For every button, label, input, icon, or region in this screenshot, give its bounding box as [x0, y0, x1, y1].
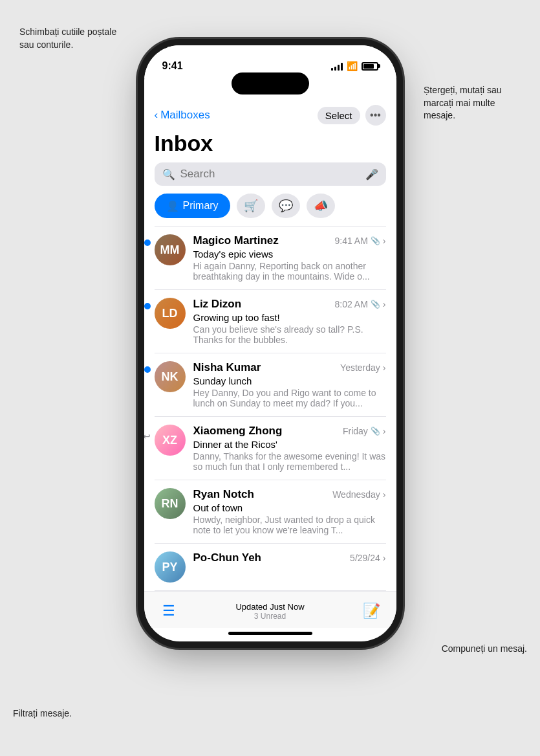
unread-dot: [144, 303, 151, 309]
sender-name: Po-Chun Yeh: [193, 551, 261, 564]
email-item[interactable]: ↩XZXiaomeng ZhongFriday📎›Dinner at the R…: [155, 417, 386, 480]
bottom-bar: ☰ Updated Just Now 3 Unread 📝: [144, 591, 396, 628]
search-icon: 🔍: [162, 168, 175, 181]
email-header: Nisha KumarYesterday›: [193, 361, 386, 374]
annotation-filter: Filtrați mesaje.: [13, 707, 72, 720]
email-header: Liz Dizon8:02 AM📎›: [193, 298, 386, 311]
nav-bar: ‹ Mailboxes Select •••: [155, 100, 386, 128]
email-item[interactable]: RNRyan NotchWednesday›Out of townHowdy, …: [155, 480, 386, 544]
more-button[interactable]: •••: [365, 105, 386, 126]
email-meta: Yesterday›: [340, 362, 385, 373]
chevron-left-icon: ‹: [155, 109, 158, 122]
signal-icon: [331, 61, 343, 71]
email-subject: Growing up too fast!: [193, 312, 386, 323]
select-button[interactable]: Select: [318, 107, 360, 124]
chat-icon: 💬: [279, 199, 293, 213]
chevron-right-icon: ›: [383, 553, 386, 563]
email-meta: Wednesday›: [332, 489, 385, 500]
dynamic-island: [232, 72, 309, 94]
email-time: 8:02 AM: [334, 299, 367, 309]
email-list: MMMagico Martinez9:41 AM📎›Today's epic v…: [155, 226, 386, 591]
avatar: PY: [155, 551, 186, 583]
reply-arrow-icon: ↩: [144, 431, 151, 441]
email-time: 5/29/24: [350, 553, 380, 563]
megaphone-icon: 📣: [314, 199, 328, 213]
chevron-right-icon: ›: [383, 236, 386, 246]
email-header: Po-Chun Yeh5/29/24›: [193, 551, 386, 564]
email-subject: Sunday lunch: [193, 375, 386, 386]
annotation-mailboxes: Schimbați cutiile poștale sau conturile.: [19, 26, 123, 51]
sender-name: Nisha Kumar: [193, 361, 261, 374]
unread-dot: [144, 366, 151, 373]
filter-icon: ☰: [162, 603, 175, 619]
sender-name: Ryan Notch: [193, 488, 254, 501]
cart-icon: 🛒: [244, 199, 258, 213]
email-item[interactable]: MMMagico Martinez9:41 AM📎›Today's epic v…: [155, 227, 386, 290]
compose-button[interactable]: 📝: [360, 599, 383, 623]
inbox-title: Inbox: [155, 128, 386, 162]
email-subject: Today's epic views: [193, 249, 386, 260]
tab-promotions[interactable]: 📣: [307, 194, 335, 218]
email-meta: 8:02 AM📎›: [334, 299, 385, 309]
annotation-select: Ștergeți, mutați sau marcați mai multe m…: [424, 84, 527, 122]
email-item[interactable]: PYPo-Chun Yeh5/29/24›: [155, 544, 386, 591]
filter-button[interactable]: ☰: [157, 599, 180, 623]
status-icons: 📶: [331, 61, 378, 71]
tab-shopping[interactable]: 🛒: [237, 194, 265, 218]
email-time: 9:41 AM: [334, 236, 367, 246]
email-time: Yesterday: [340, 362, 380, 373]
home-indicator: [228, 632, 312, 635]
search-input[interactable]: [180, 168, 360, 181]
battery-icon: [362, 62, 378, 71]
phone-frame: 9:41 📶 ‹ Mailboxes Select: [144, 45, 396, 641]
ellipsis-icon: •••: [370, 109, 381, 121]
email-meta: Friday📎›: [343, 426, 386, 436]
email-preview: Howdy, neighbor, Just wanted to drop a q…: [193, 515, 386, 535]
sender-name: Liz Dizon: [193, 298, 242, 311]
avatar: LD: [155, 298, 186, 329]
email-subject: Out of town: [193, 502, 386, 513]
tab-messages[interactable]: 💬: [272, 194, 300, 218]
filter-tabs: 👤 Primary 🛒 💬 📣: [155, 194, 386, 218]
unread-dot: [144, 239, 151, 246]
email-preview: Danny, Thanks for the awesome evening! I…: [193, 451, 386, 472]
email-preview: Hey Danny, Do you and Rigo want to come …: [193, 388, 386, 408]
chevron-right-icon: ›: [383, 299, 386, 309]
search-bar[interactable]: 🔍 🎤: [155, 162, 386, 186]
email-meta: 5/29/24›: [350, 553, 385, 563]
avatar: XZ: [155, 425, 186, 456]
update-status: Updated Just Now 3 Unread: [235, 602, 304, 621]
attachment-icon: 📎: [371, 300, 380, 309]
mailboxes-label: Mailboxes: [160, 109, 210, 122]
chevron-right-icon: ›: [383, 362, 386, 373]
annotation-compose: Compuneți un mesaj.: [442, 643, 527, 656]
person-icon: 👤: [166, 200, 179, 212]
email-time: Wednesday: [332, 489, 380, 500]
attachment-icon: 📎: [371, 427, 380, 436]
chevron-right-icon: ›: [383, 426, 386, 436]
email-preview: Hi again Danny, Reporting back on anothe…: [193, 261, 386, 282]
email-subject: Dinner at the Ricos': [193, 439, 386, 450]
email-preview: Can you believe she's already so tall? P…: [193, 324, 386, 345]
email-header: Ryan NotchWednesday›: [193, 488, 386, 501]
email-item[interactable]: LDLiz Dizon8:02 AM📎›Growing up too fast!…: [155, 290, 386, 353]
sender-name: Xiaomeng Zhong: [193, 425, 283, 438]
email-item[interactable]: NKNisha KumarYesterday›Sunday lunchHey D…: [155, 353, 386, 417]
email-info: Po-Chun Yeh5/29/24›: [193, 551, 386, 566]
tab-primary[interactable]: 👤 Primary: [155, 194, 230, 218]
email-header: Magico Martinez9:41 AM📎›: [193, 234, 386, 247]
compose-icon: 📝: [363, 603, 380, 619]
email-meta: 9:41 AM📎›: [334, 236, 385, 246]
mail-content: ‹ Mailboxes Select ••• Inbox 🔍 🎤 👤 Prima…: [144, 100, 396, 591]
microphone-icon[interactable]: 🎤: [365, 168, 378, 181]
wifi-icon: 📶: [347, 61, 358, 71]
attachment-icon: 📎: [371, 236, 380, 245]
avatar: NK: [155, 361, 186, 392]
email-time: Friday: [343, 426, 368, 436]
back-button[interactable]: ‹ Mailboxes: [155, 109, 210, 122]
email-info: Xiaomeng ZhongFriday📎›Dinner at the Rico…: [193, 425, 386, 472]
status-time: 9:41: [162, 60, 183, 72]
email-info: Liz Dizon8:02 AM📎›Growing up too fast!Ca…: [193, 298, 386, 345]
email-info: Nisha KumarYesterday›Sunday lunchHey Dan…: [193, 361, 386, 408]
email-info: Magico Martinez9:41 AM📎›Today's epic vie…: [193, 234, 386, 282]
